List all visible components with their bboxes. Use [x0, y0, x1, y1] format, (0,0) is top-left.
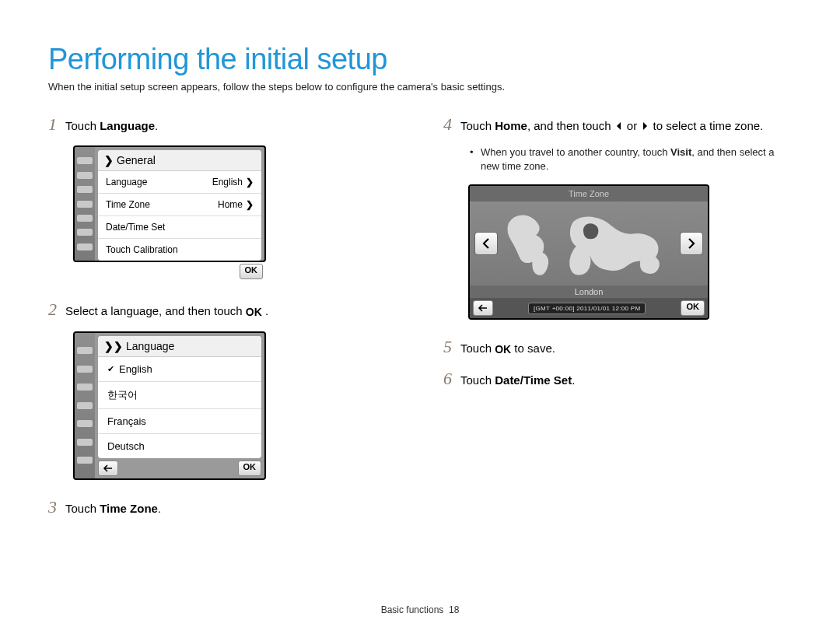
- language-option-english[interactable]: English: [98, 357, 261, 382]
- figure-language-list: ❯❯ Language English 한국어 Français Deutsch…: [73, 331, 266, 480]
- step-number: 2: [48, 299, 59, 320]
- timezone-city: London: [470, 285, 708, 298]
- step-text: Touch: [65, 502, 100, 515]
- menu-item-timezone[interactable]: Time Zone Home❯: [98, 194, 261, 216]
- menu-label: Time Zone: [106, 199, 150, 210]
- figure-timezone-map: Time Zone: [468, 184, 709, 320]
- timezone-title: Time Zone: [470, 186, 708, 201]
- back-button[interactable]: [473, 300, 493, 316]
- chevron-left-icon: [481, 237, 491, 250]
- page-footer: Basic functions 18: [0, 604, 840, 615]
- chevron-right-icon: ❯: [246, 199, 254, 210]
- chevron-right-icon: [640, 119, 649, 132]
- note-bold: Visit: [670, 146, 691, 158]
- menu-value: English: [212, 177, 243, 187]
- chevron-right-icon: [687, 237, 696, 250]
- panel-header: ❯ General: [98, 150, 261, 171]
- footer-section: Basic functions: [381, 604, 444, 615]
- menu-label: Language: [106, 177, 147, 187]
- figure-general-menu: ❯ General Language English❯ Time Zone Ho…: [73, 145, 266, 262]
- language-option-korean[interactable]: 한국어: [98, 382, 261, 409]
- language-label: Deutsch: [107, 440, 145, 452]
- menu-value: Home: [218, 199, 243, 210]
- step-number: 4: [443, 114, 454, 135]
- step-text: or: [624, 119, 641, 132]
- panel-title: Language: [126, 340, 174, 352]
- next-timezone-button[interactable]: [680, 232, 703, 255]
- step-number: 3: [48, 497, 59, 517]
- ok-button[interactable]: OK: [240, 264, 264, 279]
- step-bold: Date/Time Set: [495, 373, 572, 387]
- step-6: 6 Touch Date/Time Set.: [443, 369, 792, 389]
- step-5: 5 Touch OK to save.: [443, 337, 792, 358]
- menu-item-touchcal[interactable]: Touch Calibration: [98, 239, 261, 261]
- step-text: Touch: [460, 119, 495, 132]
- note-text: When you travel to another country, touc…: [481, 146, 670, 158]
- chevron-right-icon: ❯: [104, 154, 114, 166]
- world-map-icon: [501, 208, 677, 278]
- back-arrow-icon: [478, 303, 488, 313]
- step-2: 2 Select a language, and then touch OK .: [48, 299, 397, 321]
- step-text: .: [262, 304, 268, 317]
- step-number: 6: [443, 369, 454, 389]
- step-3: 3 Touch Time Zone.: [48, 497, 397, 517]
- footer-page: 18: [449, 604, 459, 615]
- back-arrow-icon: [103, 464, 114, 473]
- step-text: Select a language, and then touch: [65, 304, 246, 317]
- panel-header: ❯❯ Language: [98, 336, 261, 357]
- ok-button[interactable]: OK: [238, 461, 262, 476]
- step-1: 1 Touch Language.: [48, 114, 397, 135]
- timezone-info: [GMT +00:00] 2011/01/01 12:00 PM: [528, 303, 646, 314]
- step-text: , and then touch: [527, 119, 614, 132]
- language-label: English: [119, 363, 152, 375]
- step-bold: Time Zone: [100, 502, 158, 515]
- filmstrip-icon: [75, 147, 95, 261]
- step-text: Touch: [460, 342, 495, 355]
- step-text: Touch: [460, 373, 495, 387]
- menu-item-datetime[interactable]: Date/Time Set: [98, 216, 261, 239]
- menu-label: Touch Calibration: [106, 244, 178, 255]
- ok-icon: OK: [495, 343, 511, 356]
- page-subtitle: When the initial setup screen appears, f…: [48, 81, 792, 93]
- step-text: to save.: [511, 342, 555, 355]
- prev-timezone-button[interactable]: [474, 232, 498, 255]
- menu-label: Date/Time Set: [106, 222, 165, 233]
- language-option-french[interactable]: Français: [98, 409, 261, 434]
- step-number: 5: [443, 337, 454, 357]
- step-bold: Language: [100, 119, 155, 132]
- menu-item-language[interactable]: Language English❯: [98, 171, 261, 194]
- chevron-left-icon: [614, 119, 624, 132]
- ok-button[interactable]: OK: [681, 300, 705, 316]
- panel-title: General: [117, 154, 156, 166]
- step-text: .: [155, 119, 158, 132]
- step-text: Touch: [65, 119, 100, 132]
- ok-icon: OK: [246, 306, 262, 318]
- step-number: 1: [48, 114, 59, 135]
- filmstrip-icon: [75, 333, 95, 478]
- chevron-double-right-icon: ❯❯: [104, 340, 123, 352]
- step-4-note: When you travel to another country, touc…: [481, 145, 792, 173]
- step-text: .: [572, 373, 575, 387]
- language-label: Français: [107, 415, 146, 427]
- back-button[interactable]: [98, 461, 118, 476]
- page-title: Performing the initial setup: [48, 43, 792, 76]
- step-text: .: [158, 502, 161, 515]
- chevron-right-icon: ❯: [246, 177, 254, 187]
- language-label: 한국어: [107, 388, 138, 402]
- step-bold: Home: [495, 119, 527, 132]
- step-4: 4 Touch Home, and then touch or to selec…: [443, 114, 792, 135]
- step-text: to select a time zone.: [649, 119, 763, 132]
- language-option-german[interactable]: Deutsch: [98, 434, 261, 458]
